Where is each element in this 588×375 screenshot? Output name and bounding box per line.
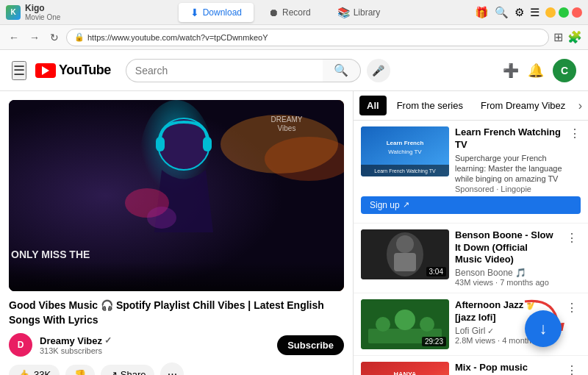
url-bar[interactable]: 🔒 https://www.youtube.com/watch?v=tpCDwn… [66, 29, 549, 46]
extension-icon[interactable]: 🧩 [567, 30, 582, 44]
verified-check-icon: ✓ [487, 326, 494, 336]
svg-point-23 [376, 317, 390, 332]
mix-title: Mix - Pop music [455, 362, 557, 374]
channel-info: Dreamy Vibez ✓ 313K subscribers [40, 335, 270, 355]
maximize-button[interactable] [559, 7, 569, 18]
svg-text:ONLY MISS THE: ONLY MISS THE [11, 249, 90, 260]
tab-all[interactable]: All [359, 96, 387, 115]
voice-search-button[interactable]: 🎤 [367, 59, 390, 82]
titlebar-icons: 🎁 🔍 ⚙ ☰ [475, 6, 539, 19]
download-tab[interactable]: ⬇ Download [179, 3, 254, 22]
svg-text:Vibes: Vibes [278, 124, 296, 132]
external-link-icon: ↗ [403, 200, 409, 210]
more-actions-button[interactable]: ··· [160, 362, 184, 375]
bell-icon: 🔔 [528, 63, 544, 78]
back-button[interactable]: ← [6, 30, 22, 45]
svg-text:Learn French Watching TV: Learn French Watching TV [374, 168, 436, 174]
svg-rect-20 [394, 253, 416, 271]
video-card-mix[interactable]: HANYA RINDU Mix Mix - Pop music Emma Hee… [354, 356, 588, 375]
video-section: LET HER GO [0, 91, 353, 375]
mix-info: Mix - Pop music Emma Heesters, Kaho Hu..… [455, 362, 557, 375]
card-more-icon[interactable]: ⋮ [569, 126, 581, 140]
refresh-button[interactable]: ↻ [47, 30, 62, 45]
tab-from-series[interactable]: From the series [390, 96, 470, 115]
share-icon: ↗ [110, 369, 118, 375]
gift-icon[interactable]: 🎁 [475, 6, 489, 19]
music-icon: 🎵 [515, 268, 526, 278]
sidebar-tabs: All From the series From Dreamy Vibez › [354, 91, 588, 121]
dislike-button[interactable]: 👎 [65, 365, 95, 375]
sponsored-description: Supercharge your French learning: Master… [455, 153, 563, 185]
benson-thumbnail: 3:04 [361, 229, 449, 279]
video-controls[interactable] [9, 262, 344, 291]
channel-avatar: D [9, 333, 32, 357]
app-subtitle: Movie One [25, 13, 60, 21]
benson-channel: Benson Boone 🎵 [455, 268, 557, 278]
like-button[interactable]: 👍 33K [9, 365, 60, 375]
hamburger-menu[interactable]: ☰ [12, 61, 26, 80]
app-tabs: ⬇ Download ⏺ Record 📚 Library [96, 3, 475, 22]
search-submit-icon: 🔍 [334, 63, 348, 77]
close-button[interactable] [572, 7, 582, 18]
svg-point-8 [147, 207, 176, 229]
user-avatar[interactable]: C [553, 59, 576, 82]
tabs-chevron-icon[interactable]: › [578, 99, 582, 113]
create-video-button[interactable]: ➕ [503, 63, 519, 79]
svg-text:DREAMY: DREAMY [271, 115, 303, 124]
search-input[interactable] [126, 59, 323, 82]
download-fab-button[interactable] [525, 310, 562, 347]
mic-icon: 🎤 [372, 65, 384, 76]
verified-icon: ✓ [104, 335, 112, 346]
yt-logo-text: YouTube [59, 63, 111, 78]
subscribe-button[interactable]: Subscribe [277, 335, 344, 355]
title-bar: K Kigo Movie One ⬇ Download ⏺ Record 📚 L… [0, 0, 588, 25]
minimize-button[interactable] [545, 7, 556, 18]
tab-from-dreamy[interactable]: From Dreamy Vibez [473, 96, 573, 115]
youtube-header: ☰ YouTube 🔍 🎤 ➕ 🔔 C [0, 50, 588, 91]
svg-point-24 [395, 310, 415, 330]
signup-button[interactable]: Sign up ↗ [361, 196, 581, 214]
svg-point-25 [420, 317, 434, 332]
sponsored-title: Learn French Watching TV [455, 126, 563, 151]
sponsored-thumbnail: Learn French Watching TV Learn French Wa… [361, 126, 449, 176]
main-content: LET HER GO [0, 91, 588, 375]
benson-title: Benson Boone - Slow It Down (Official Mu… [455, 229, 557, 267]
video-card-benson[interactable]: 3:04 Benson Boone - Slow It Down (Offici… [354, 224, 588, 294]
video-title: Good Vibes Music 🎧 Spotify Playlist Chil… [9, 299, 344, 327]
subscriber-count: 313K subscribers [40, 346, 270, 355]
library-tab[interactable]: 📚 Library [326, 3, 392, 22]
share-button[interactable]: ↗ Share [101, 365, 154, 375]
settings-icon[interactable]: ⚙ [514, 6, 524, 19]
action-row: 👍 33K 👎 ↗ Share ··· [9, 362, 344, 375]
window-controls [545, 7, 588, 18]
create-icon: ➕ [503, 63, 519, 78]
header-actions: ➕ 🔔 C [503, 59, 576, 82]
search-icon[interactable]: 🔍 [495, 6, 509, 19]
url-text: https://www.youtube.com/watch?v=tpCDwnmk… [87, 33, 268, 42]
sponsored-thumb-art: Learn French Watching TV Learn French Wa… [361, 126, 449, 176]
mix-more-icon[interactable]: ⋮ [563, 362, 581, 375]
benson-meta: 43M views · 7 months ago [455, 278, 557, 287]
benson-more-icon[interactable]: ⋮ [563, 229, 581, 246]
svg-text:HANYA: HANYA [393, 371, 417, 375]
grid-icon[interactable]: ⊞ [553, 30, 563, 44]
app-icon: K [6, 5, 21, 20]
video-player[interactable]: LET HER GO [9, 100, 344, 291]
svg-text:Learn French: Learn French [387, 140, 424, 146]
sponsored-card[interactable]: Learn French Watching TV Learn French Wa… [354, 121, 588, 224]
sponsored-info: Learn French Watching TV Supercharge you… [455, 126, 563, 193]
forward-button[interactable]: → [26, 30, 43, 45]
yt-logo-icon [35, 63, 56, 78]
thumbs-down-icon: 👎 [74, 369, 86, 375]
svg-rect-5 [156, 137, 165, 151]
svg-text:Watching TV: Watching TV [388, 149, 422, 155]
channel-name: Dreamy Vibez ✓ [40, 335, 270, 346]
mix-thumb-art: HANYA RINDU Mix [361, 362, 449, 375]
record-tab[interactable]: ⏺ Record [257, 3, 323, 22]
video-duration: 3:04 [426, 267, 446, 276]
search-button[interactable]: 🔍 [323, 59, 361, 82]
lock-icon: 🔒 [74, 32, 85, 42]
notifications-button[interactable]: 🔔 [528, 63, 544, 79]
youtube-logo[interactable]: YouTube [35, 63, 111, 78]
menu-icon[interactable]: ☰ [530, 6, 539, 19]
